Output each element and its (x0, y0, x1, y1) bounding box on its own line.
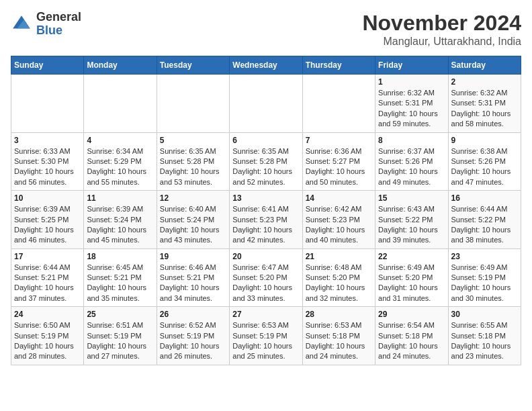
day-info: Sunrise: 6:38 AMSunset: 5:26 PMDaylight:… (451, 146, 518, 188)
calendar-cell: 9Sunrise: 6:38 AMSunset: 5:26 PMDaylight… (448, 132, 521, 191)
calendar-cell: 16Sunrise: 6:44 AMSunset: 5:22 PMDayligh… (448, 191, 521, 249)
calendar-week-2: 3Sunrise: 6:33 AMSunset: 5:30 PMDaylight… (11, 132, 521, 191)
calendar-week-3: 10Sunrise: 6:39 AMSunset: 5:25 PMDayligh… (11, 191, 521, 249)
calendar-cell: 11Sunrise: 6:39 AMSunset: 5:24 PMDayligh… (84, 191, 157, 249)
day-number: 24 (14, 310, 81, 319)
day-number: 26 (160, 310, 226, 319)
calendar-cell: 23Sunrise: 6:49 AMSunset: 5:19 PMDayligh… (448, 248, 521, 307)
day-info: Sunrise: 6:32 AMSunset: 5:31 PMDaylight:… (378, 88, 445, 130)
calendar-cell: 6Sunrise: 6:35 AMSunset: 5:28 PMDaylight… (230, 132, 302, 191)
day-info: Sunrise: 6:50 AMSunset: 5:19 PMDaylight:… (14, 320, 81, 362)
calendar-cell: 1Sunrise: 6:32 AMSunset: 5:31 PMDaylight… (375, 75, 448, 133)
page-header: General Blue November 2024 Manglaur, Utt… (11, 11, 521, 48)
day-number: 21 (306, 252, 372, 261)
day-info: Sunrise: 6:44 AMSunset: 5:21 PMDaylight:… (14, 263, 81, 304)
calendar-table: SundayMondayTuesdayWednesdayThursdayFrid… (11, 56, 521, 365)
day-number: 11 (87, 193, 153, 203)
calendar-header-tuesday: Tuesday (157, 56, 229, 75)
title-block: November 2024 Manglaur, Uttarakhand, Ind… (362, 11, 521, 48)
day-number: 22 (378, 252, 445, 261)
day-number: 4 (87, 136, 153, 145)
day-info: Sunrise: 6:53 AMSunset: 5:19 PMDaylight:… (232, 320, 299, 362)
calendar-week-4: 17Sunrise: 6:44 AMSunset: 5:21 PMDayligh… (11, 248, 521, 307)
calendar-cell: 13Sunrise: 6:41 AMSunset: 5:23 PMDayligh… (230, 191, 302, 249)
day-number: 12 (160, 193, 226, 203)
page-title: November 2024 (362, 11, 521, 36)
calendar-cell: 5Sunrise: 6:35 AMSunset: 5:28 PMDaylight… (157, 132, 229, 191)
calendar-cell: 12Sunrise: 6:40 AMSunset: 5:24 PMDayligh… (157, 191, 229, 249)
day-number: 29 (378, 310, 445, 319)
calendar-cell: 26Sunrise: 6:52 AMSunset: 5:19 PMDayligh… (157, 307, 229, 365)
day-info: Sunrise: 6:32 AMSunset: 5:31 PMDaylight:… (451, 88, 518, 130)
logo: General Blue (11, 11, 81, 38)
day-number: 8 (378, 136, 445, 145)
day-info: Sunrise: 6:51 AMSunset: 5:19 PMDaylight:… (87, 320, 153, 362)
logo-icon (11, 13, 32, 35)
day-info: Sunrise: 6:39 AMSunset: 5:25 PMDaylight:… (14, 204, 81, 246)
calendar-cell: 20Sunrise: 6:47 AMSunset: 5:20 PMDayligh… (230, 248, 302, 307)
calendar-cell: 10Sunrise: 6:39 AMSunset: 5:25 PMDayligh… (11, 191, 84, 249)
day-info: Sunrise: 6:40 AMSunset: 5:24 PMDaylight:… (160, 204, 226, 246)
day-info: Sunrise: 6:48 AMSunset: 5:20 PMDaylight:… (306, 263, 372, 304)
calendar-cell: 19Sunrise: 6:46 AMSunset: 5:21 PMDayligh… (157, 248, 229, 307)
calendar-week-5: 24Sunrise: 6:50 AMSunset: 5:19 PMDayligh… (11, 307, 521, 365)
day-number: 18 (87, 252, 153, 261)
day-number: 28 (306, 310, 372, 319)
day-number: 20 (232, 252, 299, 261)
calendar-cell (157, 75, 229, 133)
calendar-body: 1Sunrise: 6:32 AMSunset: 5:31 PMDaylight… (11, 75, 521, 365)
day-info: Sunrise: 6:54 AMSunset: 5:18 PMDaylight:… (378, 320, 445, 362)
calendar-cell: 24Sunrise: 6:50 AMSunset: 5:19 PMDayligh… (11, 307, 84, 365)
calendar-cell: 29Sunrise: 6:54 AMSunset: 5:18 PMDayligh… (375, 307, 448, 365)
page-subtitle: Manglaur, Uttarakhand, India (362, 36, 521, 48)
day-info: Sunrise: 6:39 AMSunset: 5:24 PMDaylight:… (87, 204, 153, 246)
day-number: 16 (451, 193, 518, 203)
day-number: 19 (160, 252, 226, 261)
day-number: 5 (160, 136, 226, 145)
calendar-header-friday: Friday (375, 56, 448, 75)
logo-text-blue: Blue (36, 24, 62, 37)
day-info: Sunrise: 6:49 AMSunset: 5:20 PMDaylight:… (378, 263, 445, 304)
day-number: 10 (14, 193, 81, 203)
calendar-header-thursday: Thursday (302, 56, 375, 75)
day-info: Sunrise: 6:35 AMSunset: 5:28 PMDaylight:… (160, 146, 226, 188)
day-info: Sunrise: 6:53 AMSunset: 5:18 PMDaylight:… (306, 320, 372, 362)
calendar-cell: 17Sunrise: 6:44 AMSunset: 5:21 PMDayligh… (11, 248, 84, 307)
calendar-header: SundayMondayTuesdayWednesdayThursdayFrid… (11, 56, 521, 75)
day-info: Sunrise: 6:52 AMSunset: 5:19 PMDaylight:… (160, 320, 226, 362)
calendar-cell: 22Sunrise: 6:49 AMSunset: 5:20 PMDayligh… (375, 248, 448, 307)
day-number: 25 (87, 310, 153, 319)
calendar-header-monday: Monday (84, 56, 157, 75)
day-info: Sunrise: 6:47 AMSunset: 5:20 PMDaylight:… (232, 263, 299, 304)
day-number: 6 (232, 136, 299, 145)
calendar-cell: 21Sunrise: 6:48 AMSunset: 5:20 PMDayligh… (302, 248, 375, 307)
day-info: Sunrise: 6:43 AMSunset: 5:22 PMDaylight:… (378, 204, 445, 246)
day-info: Sunrise: 6:35 AMSunset: 5:28 PMDaylight:… (232, 146, 299, 188)
calendar-cell: 8Sunrise: 6:37 AMSunset: 5:26 PMDaylight… (375, 132, 448, 191)
day-info: Sunrise: 6:46 AMSunset: 5:21 PMDaylight:… (160, 263, 226, 304)
calendar-cell (230, 75, 302, 133)
calendar-header-sunday: Sunday (11, 56, 84, 75)
day-number: 9 (451, 136, 518, 145)
calendar-cell: 30Sunrise: 6:55 AMSunset: 5:18 PMDayligh… (448, 307, 521, 365)
day-number: 13 (232, 193, 299, 203)
calendar-cell: 4Sunrise: 6:34 AMSunset: 5:29 PMDaylight… (84, 132, 157, 191)
day-number: 7 (306, 136, 372, 145)
day-number: 27 (232, 310, 299, 319)
calendar-cell (84, 75, 157, 133)
day-info: Sunrise: 6:36 AMSunset: 5:27 PMDaylight:… (306, 146, 372, 188)
calendar-cell: 14Sunrise: 6:42 AMSunset: 5:23 PMDayligh… (302, 191, 375, 249)
day-number: 14 (306, 193, 372, 203)
calendar-cell: 18Sunrise: 6:45 AMSunset: 5:21 PMDayligh… (84, 248, 157, 307)
day-info: Sunrise: 6:49 AMSunset: 5:19 PMDaylight:… (451, 263, 518, 304)
day-info: Sunrise: 6:41 AMSunset: 5:23 PMDaylight:… (232, 204, 299, 246)
day-number: 23 (451, 252, 518, 261)
calendar-cell: 15Sunrise: 6:43 AMSunset: 5:22 PMDayligh… (375, 191, 448, 249)
calendar-cell: 28Sunrise: 6:53 AMSunset: 5:18 PMDayligh… (302, 307, 375, 365)
day-info: Sunrise: 6:33 AMSunset: 5:30 PMDaylight:… (14, 146, 81, 188)
day-number: 17 (14, 252, 81, 261)
calendar-cell: 25Sunrise: 6:51 AMSunset: 5:19 PMDayligh… (84, 307, 157, 365)
calendar-cell: 3Sunrise: 6:33 AMSunset: 5:30 PMDaylight… (11, 132, 84, 191)
calendar-cell: 2Sunrise: 6:32 AMSunset: 5:31 PMDaylight… (448, 75, 521, 133)
calendar-header-wednesday: Wednesday (230, 56, 302, 75)
